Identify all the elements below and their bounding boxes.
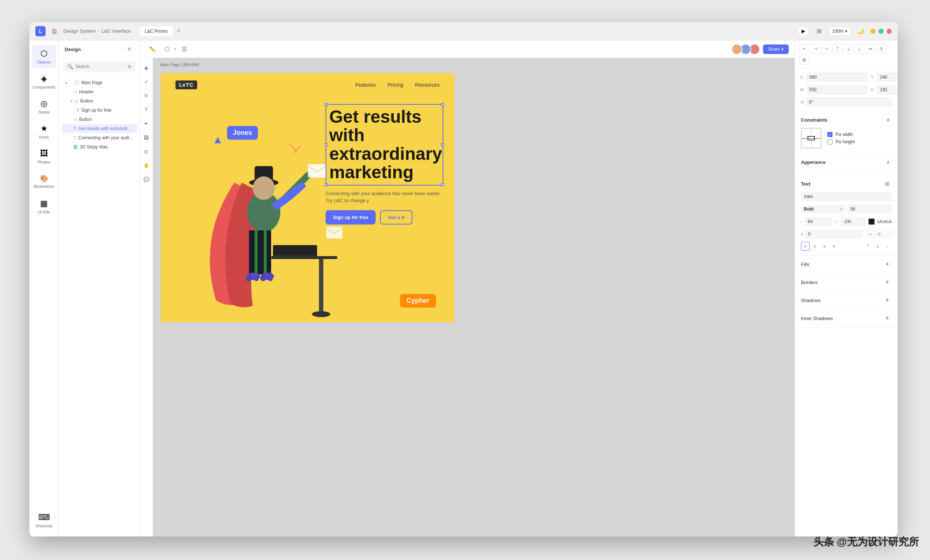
align-right-text-button[interactable]: ≡	[820, 242, 829, 251]
add-fill-button[interactable]: +	[883, 260, 892, 268]
font-weight-select[interactable]: Bold ▾	[801, 205, 845, 213]
valign-bottom-button[interactable]: ↓	[883, 242, 892, 251]
dark-mode-button[interactable]: 🌙	[855, 26, 866, 37]
layer-signup[interactable]: T Sign up for free	[61, 106, 137, 115]
resize-tool[interactable]: ⤢	[140, 75, 153, 88]
handle-tl	[325, 103, 328, 106]
grid-button[interactable]: ⊞	[813, 26, 824, 37]
search-filter-icon[interactable]: ⊞	[128, 64, 131, 69]
add-border-button[interactable]: +	[883, 278, 892, 287]
align-top-button[interactable]: ⊤	[833, 44, 842, 54]
valign-top-button[interactable]: ⊤	[864, 242, 873, 251]
sidebar-item-photos[interactable]: 🖼 Photos	[32, 145, 56, 168]
add-layer-button[interactable]: +	[125, 45, 134, 54]
text-halign-group: ≡ ≡ ≡ ≡	[801, 242, 838, 251]
layer-button2[interactable]: ◇ Button	[61, 115, 137, 124]
cta-secondary-button[interactable]: Get a d	[380, 210, 413, 224]
text-box-auto-btn[interactable]: ▭	[866, 230, 874, 238]
align-vcenter-button[interactable]: ⊥	[844, 44, 853, 54]
x-input[interactable]	[806, 72, 868, 82]
add-inner-shadow-button[interactable]: +	[883, 314, 892, 323]
canvas-logo: LeTC	[176, 80, 197, 89]
layer-get-results[interactable]: T Get results with extraordi...	[61, 124, 137, 133]
text-box-clip-btn[interactable]: ⬚	[884, 230, 892, 238]
align-bottom-button[interactable]: ⊥	[855, 44, 864, 54]
rotate-tool[interactable]: ↻	[140, 89, 153, 102]
align-tidy-button[interactable]: ⊞	[799, 55, 809, 64]
layer-button-group[interactable]: ▾ ◇ Button	[61, 97, 137, 106]
pen-tool-v[interactable]: ✒	[140, 117, 153, 130]
frame-tool[interactable]: ⊡	[140, 145, 153, 158]
close-button[interactable]	[887, 29, 892, 34]
canvas-viewport[interactable]: Main Page 1280×840 LeTC Features Pricing…	[153, 58, 795, 537]
distribute-h-button[interactable]: ⇔	[865, 44, 875, 54]
wheel-l2	[254, 277, 259, 281]
align-left-button[interactable]: ⊢	[799, 44, 809, 54]
h-field-group: H	[871, 85, 898, 94]
maximize-button[interactable]	[879, 29, 884, 34]
line-height-input[interactable]	[805, 217, 833, 226]
photos-icon: 🖼	[40, 149, 48, 158]
sidebar-item-ui-kits[interactable]: ▦ UI Kits	[32, 195, 56, 218]
canvas-navbar: LeTC Features Pricing Resources	[161, 73, 454, 97]
align-hcenter-button[interactable]: ⊣	[810, 44, 820, 54]
appearance-section: Apperance ∧	[795, 154, 898, 175]
align-left-text-button[interactable]: ≡	[801, 242, 810, 251]
sidebar-item-shortcuts[interactable]: ⌨ Shortcuts	[32, 509, 56, 532]
layer-main-page[interactable]: ▸ 📄 Main Page	[61, 78, 137, 87]
appearance-collapse-button[interactable]: ∧	[884, 158, 892, 166]
mask-tool[interactable]: ⬡	[160, 43, 174, 56]
sidebar-item-illustrations[interactable]: 🎨 Illustrations	[32, 170, 56, 193]
sidebar-item-objects[interactable]: ⬡ Objects	[32, 45, 56, 68]
constraints-collapse-button[interactable]: ∧	[884, 116, 892, 123]
font-size-input[interactable]	[847, 204, 892, 214]
breadcrumb-lc-interface[interactable]: L&C Interface	[102, 28, 131, 34]
search-input[interactable]	[75, 64, 125, 69]
comment-tool[interactable]: 💬	[140, 173, 153, 186]
select-tool[interactable]: ▲	[140, 61, 153, 74]
layer-stripy-man[interactable]: 🖼 3D Stripy Man	[61, 143, 137, 151]
fix-width-checkbox[interactable]: ✓	[827, 132, 833, 137]
letter-spacing-input[interactable]	[840, 217, 865, 226]
layer-connecting[interactable]: T Connecting with your audi...	[61, 133, 137, 142]
text-color-swatch[interactable]	[868, 218, 875, 225]
paragraph-spacing-input[interactable]	[805, 229, 863, 239]
image-tool[interactable]: 🖼	[140, 131, 153, 144]
sidebar-item-styles[interactable]: ◎ Styles	[32, 95, 56, 118]
boolean-tool[interactable]: ☰	[178, 43, 191, 56]
text-box-fixed-btn[interactable]: ⊡	[875, 230, 883, 238]
share-button[interactable]: Share ▾	[763, 44, 789, 54]
text-options-button[interactable]: ⊞	[883, 180, 892, 188]
align-justify-text-button[interactable]: ≡	[830, 242, 838, 251]
canvas-frame: LeTC Features Pricing Resources	[160, 73, 455, 323]
valign-middle-button[interactable]: ⊥	[873, 242, 882, 251]
sidebar-item-icons[interactable]: ★ Icons	[32, 120, 56, 143]
image-icon-stripy: 🖼	[74, 145, 78, 149]
font-family-input[interactable]	[801, 192, 892, 201]
add-shadow-button[interactable]: +	[883, 296, 892, 305]
sidebar-item-components[interactable]: ◈ Components	[32, 70, 56, 94]
layer-header[interactable]: ◇ Header	[61, 87, 137, 96]
fix-height-checkbox[interactable]	[827, 139, 833, 144]
rotation-input[interactable]	[806, 97, 893, 107]
tab-lc-promo[interactable]: L&C Promo	[140, 26, 173, 36]
tab-add-button[interactable]: +	[174, 26, 184, 36]
breadcrumb-design-system[interactable]: Design System	[63, 28, 95, 34]
h-input[interactable]	[877, 85, 898, 94]
zoom-control[interactable]: 100% ▾	[829, 27, 850, 36]
pen-tool[interactable]: ✏️	[146, 43, 159, 56]
minimize-button[interactable]	[870, 29, 876, 34]
play-button[interactable]: ▶	[798, 26, 809, 37]
icon-sidebar: ⬡ Objects ◈ Components ◎ Styles ★ Icons …	[29, 40, 59, 537]
w-input[interactable]	[806, 85, 868, 94]
breadcrumb-home-icon[interactable]: 🏠	[51, 28, 57, 34]
distribute-v-button[interactable]: ⇕	[877, 44, 886, 54]
hand-tool[interactable]: ✋	[140, 159, 153, 172]
align-center-text-button[interactable]: ≡	[810, 242, 819, 251]
y-input[interactable]	[877, 72, 898, 82]
text-tool[interactable]: T	[140, 103, 153, 116]
search-input-wrap[interactable]: 🔍 ⊞	[63, 61, 135, 72]
layer-label: Button	[79, 117, 92, 122]
align-right-button[interactable]: ⊣	[821, 44, 831, 54]
cta-primary-button[interactable]: Sign up for free	[326, 210, 376, 224]
